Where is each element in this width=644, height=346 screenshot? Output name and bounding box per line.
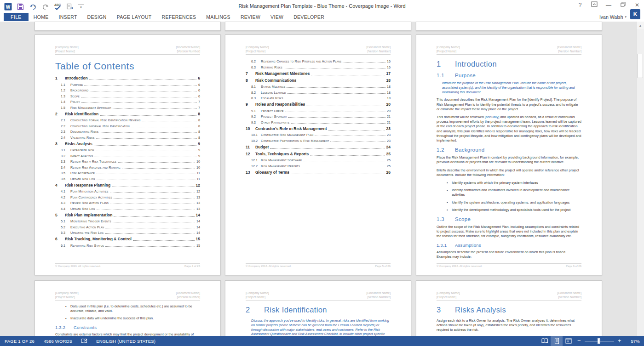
toc-list: 1Introduction6 1.1Purpose6 1.2Background…	[55, 76, 200, 248]
instruction-note: Introduce the purpose of the Risk Manage…	[442, 81, 581, 94]
tab-file[interactable]: FILE	[4, 13, 29, 21]
document-page-8[interactable]: [Company Name] [Project Name] [Document …	[225, 280, 411, 336]
header-project: [Project Name]	[55, 49, 79, 53]
track-changes-icon[interactable]	[66, 2, 74, 11]
vertical-scrollbar[interactable]: ▲	[636, 22, 644, 336]
header-project: [Project Name]	[246, 295, 269, 299]
zoom-slider-thumb[interactable]	[598, 338, 600, 344]
footer-page-number: Page 5 of 26	[375, 265, 391, 267]
page-indicator[interactable]: PAGE 1 OF 26	[0, 336, 39, 346]
page-footer: © Company 2016. All rights reserved. Pag…	[55, 263, 200, 267]
help-button[interactable]: ?	[577, 1, 583, 9]
section-heading-purpose: 1.1Purpose	[437, 73, 581, 78]
toc-entry: 3Risks Analysis9	[55, 142, 200, 147]
bullet-list: Data used in this plan (i.e. to determin…	[65, 304, 200, 321]
tab-references[interactable]: REFERENCES	[157, 13, 201, 21]
header-project: [Project Name]	[437, 295, 460, 299]
zoom-level[interactable]: 57%	[624, 339, 640, 344]
header-company: [Company Name]	[437, 291, 460, 295]
document-page-5[interactable]: [Company Name] [Project Name] [Document …	[225, 34, 411, 275]
bullet-item: Identify contractors and consultants inv…	[447, 188, 581, 197]
redo-icon[interactable]	[41, 2, 49, 11]
section-heading-background: 1.2Background	[437, 147, 581, 153]
tab-mailings[interactable]: MAILINGS	[201, 13, 236, 21]
tab-insert[interactable]: INSERT	[53, 13, 82, 21]
page-header: [Company Name] [Project Name] [Document …	[437, 291, 581, 301]
proofing-status-icon[interactable]	[77, 336, 92, 346]
body-paragraph: This document describes the Risk Managem…	[437, 97, 581, 112]
toc-entry: 1.5Risk Management Approach7	[55, 106, 200, 110]
document-page-9[interactable]: [Company Name] [Project Name] [Document …	[416, 280, 602, 336]
document-page-6[interactable]: [Company Name] [Project Name] [Document …	[416, 34, 602, 275]
toc-entry: 3.6Update Risk Log11	[55, 177, 200, 181]
language-indicator[interactable]: ENGLISH (UNITED STATES)	[92, 336, 160, 346]
toc-entry: 1Introduction6	[55, 76, 200, 81]
toc-entry: 2.1Conducting Formal Risk Identification…	[55, 118, 200, 122]
header-version: [Version Number]	[176, 49, 200, 53]
section-heading-risk-identification: 2Risk Identification	[246, 306, 391, 314]
zoom-out-button[interactable]: −	[575, 336, 584, 346]
header-company: [Company Name]	[437, 45, 460, 49]
toc-entry: 8.1Status Meetings18	[246, 85, 391, 89]
undo-dropdown-caret[interactable]: ▾	[34, 5, 36, 8]
tab-developer[interactable]: DEVELOPER	[288, 13, 329, 21]
zoom-slider[interactable]	[585, 336, 614, 346]
account-name-label: Ivan Walsh	[599, 14, 623, 20]
header-company: [Company Name]	[246, 45, 269, 49]
page-partial-top-middle[interactable]	[225, 22, 411, 31]
page-partial-top-left[interactable]	[34, 22, 221, 31]
ribbon-display-options-icon[interactable]	[591, 1, 598, 9]
web-layout-button[interactable]	[563, 336, 575, 346]
account-name[interactable]: Ivan Walsh ▾	[599, 14, 627, 20]
word-count[interactable]: 4586 WORDS	[39, 336, 77, 346]
save-icon[interactable]	[16, 2, 24, 11]
body-paragraph: This document will be reviewed [annually…	[437, 115, 581, 143]
page-partial-top-right[interactable]	[416, 22, 602, 31]
toc-entry: 4.4Update Risk Log13	[55, 207, 200, 211]
toc-entry: 4.2Plan Contingency Activities13	[55, 195, 200, 199]
word-logo-icon[interactable]: W	[4, 2, 12, 11]
document-page-7[interactable]: [Company Name] [Project Name] [Document …	[34, 280, 221, 336]
document-page-4[interactable]: [Company Name] [Project Name] [Document …	[34, 34, 221, 275]
footer-copyright: © Company 2016. All rights reserved.	[246, 265, 291, 267]
restore-button[interactable]	[620, 1, 626, 9]
print-layout-button[interactable]	[551, 336, 563, 346]
tab-home[interactable]: HOME	[29, 13, 54, 21]
header-document: [Document Name]	[558, 45, 581, 49]
instruction-note: Discuss the approach you've used to iden…	[251, 318, 390, 336]
body-paragraph: Place the Risk Management Plan in contex…	[437, 155, 581, 164]
page-footer: © Company 2016. All rights reserved. Pag…	[246, 263, 391, 267]
zoom-in-button[interactable]: +	[615, 336, 624, 346]
read-mode-button[interactable]	[539, 336, 551, 346]
tab-review[interactable]: REVIEW	[236, 13, 265, 21]
toc-entry: 2Risk Identification8	[55, 112, 200, 117]
scrollbar-thumb[interactable]	[638, 54, 643, 78]
header-company: [Company Name]	[55, 45, 79, 49]
close-button[interactable]: ✕	[634, 1, 640, 9]
toc-entry: 4.1Plan Mitigation Activities12	[55, 189, 200, 193]
toc-entry: 7Risk Management Milestones17	[246, 71, 391, 76]
toc-entry: 5.3Updating the Risk Log14	[55, 231, 200, 235]
window-controls: ? — ✕	[577, 1, 640, 9]
tab-design[interactable]: DESIGN	[82, 13, 112, 21]
toc-entry: 3.3Review Risk v Risk Tolerances10	[55, 159, 200, 164]
spelling-grammar-icon[interactable]: ABC	[53, 2, 62, 11]
body-paragraph: Assumptions describe the present and fut…	[437, 250, 581, 259]
toc-entry: 2.2Conducting Informal Risk Identificati…	[55, 124, 200, 128]
bullet-item: Identify systems with which the primary …	[447, 181, 581, 185]
scroll-up-arrow-icon[interactable]: ▲	[637, 22, 644, 29]
minimize-button[interactable]: —	[605, 1, 612, 9]
customize-qat-dropdown[interactable]: ▾	[78, 5, 84, 10]
undo-icon[interactable]: ▾	[29, 2, 37, 11]
toc-entry: 10.1Contractor Risk Management Plan23	[246, 133, 391, 137]
tab-page-layout[interactable]: PAGE LAYOUT	[112, 13, 157, 21]
tab-view[interactable]: VIEW	[265, 13, 288, 21]
header-project: [Project Name]	[55, 295, 79, 299]
toc-entry: 3.2Impact Analysis9	[55, 154, 200, 158]
word-application-window: W ▾ ABC ▾ Risk Management Plan Template …	[0, 0, 644, 346]
page-header: [Company Name] [Project Name] [Document …	[246, 291, 391, 301]
avatar[interactable]: K	[630, 9, 640, 19]
header-company: [Company Name]	[55, 291, 79, 295]
body-paragraph: Briefly describe the environment in whic…	[437, 168, 581, 177]
svg-text:W: W	[6, 4, 10, 9]
